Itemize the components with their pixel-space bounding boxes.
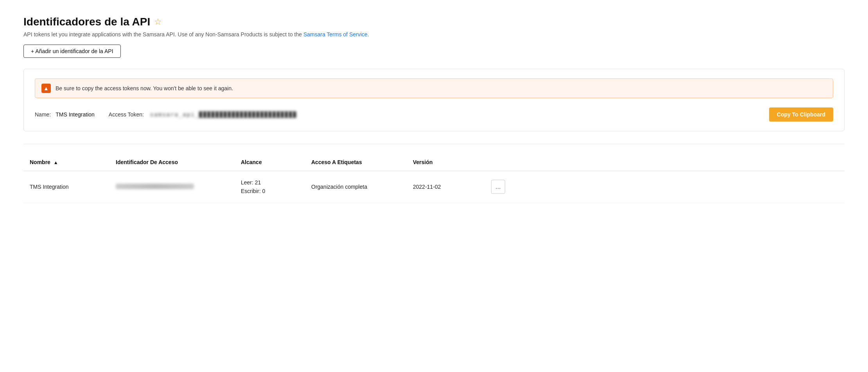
token-row: Name: TMS Integration Access Token: sams…	[35, 107, 833, 122]
col-header-version: Versión	[413, 159, 491, 165]
col-header-alcance: Alcance	[241, 159, 311, 165]
cell-actions: ...	[491, 180, 515, 194]
page-title: Identificadores de la API	[23, 16, 150, 28]
warning-icon: ▲	[41, 84, 51, 93]
cell-identifier	[116, 184, 241, 190]
table-container: Nombre ▲ Identificador De Acceso Alcance…	[23, 154, 845, 203]
col-header-nombre: Nombre ▲	[30, 159, 116, 165]
col-header-actions	[491, 159, 515, 165]
add-api-identifier-button[interactable]: + Añadir un identificador de la API	[23, 45, 121, 58]
cell-tag-access: Organización completa	[311, 184, 413, 190]
table-divider	[23, 144, 845, 144]
token-card: ▲ Be sure to copy the access tokens now.…	[23, 69, 845, 131]
access-token-label: Access Token:	[109, 111, 144, 118]
cell-scope: Leer: 21 Escribir: 0	[241, 178, 311, 196]
title-row: Identificadores de la API ☆	[23, 16, 845, 28]
terms-of-service-link[interactable]: Samsara Terms of Service.	[303, 31, 369, 38]
table-header: Nombre ▲ Identificador De Acceso Alcance…	[23, 154, 845, 171]
warning-text: Be sure to copy the access tokens now. Y…	[56, 85, 233, 91]
page-header: Identificadores de la API ☆ API tokens l…	[23, 16, 845, 58]
token-name-value: TMS Integration	[56, 111, 95, 118]
access-token-value: samsara_api_████████████████████████	[150, 111, 297, 118]
token-field: Name: TMS Integration Access Token: sams…	[35, 111, 761, 118]
table-row: TMS Integration Leer: 21 Escribir: 0 Org…	[23, 171, 845, 203]
masked-token	[116, 184, 194, 189]
sort-arrow-nombre[interactable]: ▲	[54, 160, 58, 165]
warning-banner: ▲ Be sure to copy the access tokens now.…	[35, 79, 833, 98]
cell-version: 2022-11-02	[413, 184, 491, 190]
more-actions-button[interactable]: ...	[491, 180, 505, 194]
cell-name: TMS Integration	[30, 184, 116, 190]
name-label: Name:	[35, 111, 51, 118]
col-header-acceso: Acceso A Etiquetas	[311, 159, 413, 165]
star-icon[interactable]: ☆	[154, 17, 162, 27]
col-header-identificador: Identificador De Acceso	[116, 159, 241, 165]
copy-to-clipboard-button[interactable]: Copy To Clipboard	[769, 107, 833, 122]
subtitle: API tokens let you integrate application…	[23, 31, 845, 38]
